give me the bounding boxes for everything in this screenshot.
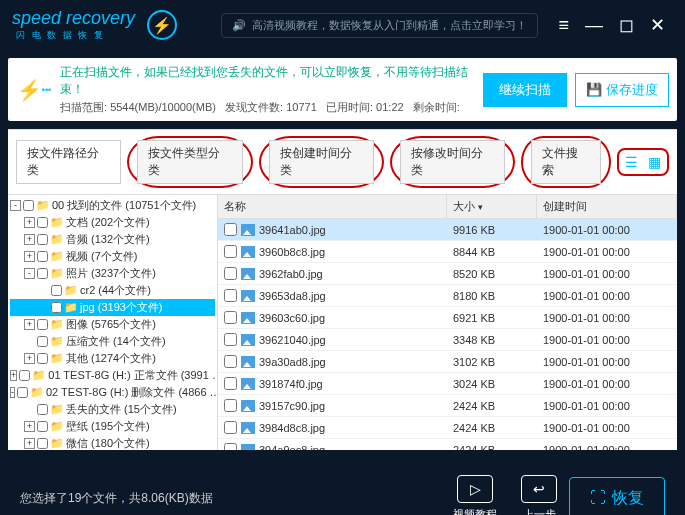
promo-banner[interactable]: 🔊 高清视频教程，数据恢复从入门到精通，点击立即学习！ <box>221 13 538 38</box>
expand-icon[interactable]: + <box>24 234 35 245</box>
folder-icon: 📁 <box>50 335 64 348</box>
tree-item[interactable]: 📁压缩文件 (14个文件) <box>10 333 215 350</box>
recover-button[interactable]: ⛶恢复 <box>569 477 665 516</box>
expand-icon[interactable]: - <box>10 200 21 211</box>
file-checkbox[interactable] <box>224 267 237 280</box>
scan-bolt-icon: ⚡••• <box>16 72 52 108</box>
expand-icon[interactable]: - <box>24 268 35 279</box>
tree-item[interactable]: +📁微信 (180个文件) <box>10 435 215 450</box>
expand-icon[interactable]: + <box>24 319 35 330</box>
tree-checkbox[interactable] <box>19 370 30 381</box>
tab-type[interactable]: 按文件类型分类 <box>137 140 242 184</box>
expand-icon[interactable]: + <box>24 251 35 262</box>
tree-checkbox[interactable] <box>37 217 48 228</box>
file-row[interactable]: 39653da8.jpg8180 KB1900-01-01 00:00 <box>218 285 677 307</box>
file-checkbox[interactable] <box>224 443 237 450</box>
file-checkbox[interactable] <box>224 311 237 324</box>
col-time[interactable]: 创建时间 <box>537 195 677 218</box>
tree-checkbox[interactable] <box>51 302 62 313</box>
file-row[interactable]: 39641ab0.jpg9916 KB1900-01-01 00:00 <box>218 219 677 241</box>
file-row[interactable]: 39621040.jpg3348 KB1900-01-01 00:00 <box>218 329 677 351</box>
expand-icon[interactable]: + <box>10 370 17 381</box>
file-list[interactable]: 39641ab0.jpg9916 KB1900-01-01 00:003960b… <box>218 219 677 450</box>
image-icon <box>241 378 255 390</box>
close-icon[interactable]: ✕ <box>642 14 673 36</box>
tab-modify-time[interactable]: 按修改时间分类 <box>400 140 505 184</box>
file-checkbox[interactable] <box>224 245 237 258</box>
tree-checkbox[interactable] <box>37 268 48 279</box>
save-icon: 💾 <box>586 82 602 97</box>
file-name: 39a30ad8.jpg <box>259 356 326 368</box>
tab-create-time[interactable]: 按创建时间分类 <box>269 140 374 184</box>
file-row[interactable]: 39603c60.jpg6921 KB1900-01-01 00:00 <box>218 307 677 329</box>
tree-item[interactable]: +📁文档 (202个文件) <box>10 214 215 231</box>
tree-checkbox[interactable] <box>17 387 28 398</box>
file-checkbox[interactable] <box>224 421 237 434</box>
save-progress-button[interactable]: 💾保存进度 <box>575 73 669 107</box>
tree-item[interactable]: 📁cr2 (44个文件) <box>10 282 215 299</box>
menu-icon[interactable]: ≡ <box>550 15 577 36</box>
tree-item[interactable]: 📁jpg (3193个文件) <box>10 299 215 316</box>
tree-item[interactable]: +📁壁纸 (195个文件) <box>10 418 215 435</box>
file-row[interactable]: 39a30ad8.jpg3102 KB1900-01-01 00:00 <box>218 351 677 373</box>
expand-icon[interactable]: + <box>24 438 35 449</box>
tree-checkbox[interactable] <box>23 200 34 211</box>
tree-checkbox[interactable] <box>37 319 48 330</box>
file-checkbox[interactable] <box>224 355 237 368</box>
expand-icon[interactable]: - <box>10 387 15 398</box>
file-row[interactable]: 39157c90.jpg2424 KB1900-01-01 00:00 <box>218 395 677 417</box>
file-checkbox[interactable] <box>224 289 237 302</box>
file-row[interactable]: 394a9ec8.jpg2424 KB1900-01-01 00:00 <box>218 439 677 450</box>
file-row[interactable]: 3962fab0.jpg8520 KB1900-01-01 00:00 <box>218 263 677 285</box>
file-time: 1900-01-01 00:00 <box>537 440 677 451</box>
col-size[interactable]: 大小 ▾ <box>447 195 537 218</box>
video-tutorial-button[interactable]: ▷ 视频教程 <box>453 475 497 516</box>
tree-item[interactable]: 📁丢失的文件 (15个文件) <box>10 401 215 418</box>
expand-icon[interactable]: + <box>24 421 35 432</box>
prev-step-button[interactable]: ↩ 上一步 <box>521 475 557 516</box>
folder-icon: 📁 <box>50 437 64 450</box>
file-checkbox[interactable] <box>224 223 237 236</box>
grid-view-icon[interactable]: ▦ <box>644 152 665 172</box>
maximize-icon[interactable]: ◻ <box>611 14 642 36</box>
tree-item[interactable]: -📁00 找到的文件 (10751个文件) <box>10 197 215 214</box>
tree-label: 图像 (5765个文件) <box>66 317 156 332</box>
file-checkbox[interactable] <box>224 377 237 390</box>
tree-checkbox[interactable] <box>37 404 48 415</box>
tree-checkbox[interactable] <box>51 285 62 296</box>
file-row[interactable]: 3984d8c8.jpg2424 KB1900-01-01 00:00 <box>218 417 677 439</box>
tree-item[interactable]: +📁其他 (1274个文件) <box>10 350 215 367</box>
file-time: 1900-01-01 00:00 <box>537 242 677 262</box>
file-name: 39621040.jpg <box>259 334 326 346</box>
tree-item[interactable]: -📁02 TEST-8G (H:) 删除文件 (4866 … <box>10 384 215 401</box>
file-checkbox[interactable] <box>224 399 237 412</box>
expand-icon[interactable]: + <box>24 217 35 228</box>
tree-item[interactable]: -📁照片 (3237个文件) <box>10 265 215 282</box>
folder-icon: 📁 <box>50 216 64 229</box>
tree-checkbox[interactable] <box>37 421 48 432</box>
tree-item[interactable]: +📁图像 (5765个文件) <box>10 316 215 333</box>
tree-checkbox[interactable] <box>37 234 48 245</box>
tree-checkbox[interactable] <box>37 251 48 262</box>
tree-item[interactable]: +📁01 TEST-8G (H:) 正常文件 (3991 … <box>10 367 215 384</box>
col-name[interactable]: 名称 <box>218 195 447 218</box>
tab-search[interactable]: 文件搜索 <box>531 140 601 184</box>
tree-checkbox[interactable] <box>37 336 48 347</box>
expand-icon[interactable]: + <box>24 353 35 364</box>
image-icon <box>241 444 255 451</box>
tab-path[interactable]: 按文件路径分类 <box>16 140 121 184</box>
list-view-icon[interactable]: ☰ <box>621 152 642 172</box>
file-row[interactable]: 391874f0.jpg3024 KB1900-01-01 00:00 <box>218 373 677 395</box>
continue-scan-button[interactable]: 继续扫描 <box>483 73 567 107</box>
file-row[interactable]: 3960b8c8.jpg8844 KB1900-01-01 00:00 <box>218 241 677 263</box>
tree-checkbox[interactable] <box>37 438 48 449</box>
tree-checkbox[interactable] <box>37 353 48 364</box>
file-checkbox[interactable] <box>224 333 237 346</box>
tree-label: 其他 (1274个文件) <box>66 351 156 366</box>
folder-tree[interactable]: -📁00 找到的文件 (10751个文件)+📁文档 (202个文件)+📁音频 (… <box>8 195 218 450</box>
tree-item[interactable]: +📁视频 (7个文件) <box>10 248 215 265</box>
tree-item[interactable]: +📁音频 (132个文件) <box>10 231 215 248</box>
minimize-icon[interactable]: — <box>577 15 611 36</box>
image-icon <box>241 334 255 346</box>
recover-icon: ⛶ <box>590 489 606 507</box>
